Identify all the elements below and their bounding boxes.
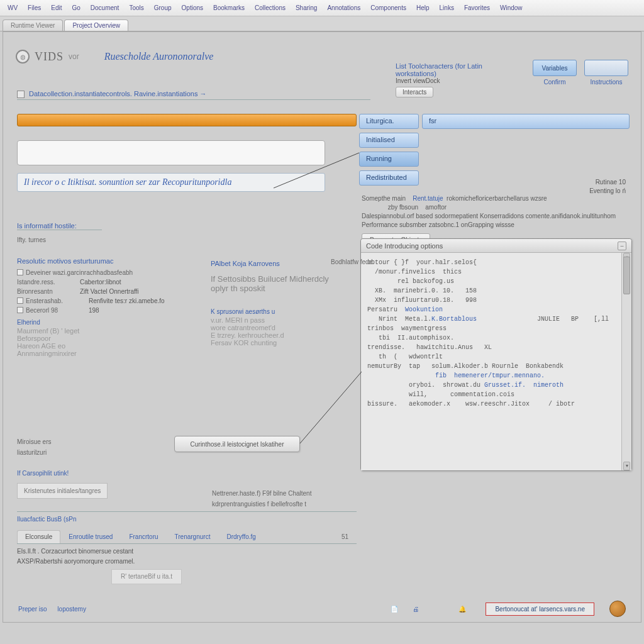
status-tab-4[interactable]: Redistributed [359,170,419,186]
footer-icon[interactable]: 🔔 [455,602,469,616]
right-top-2: Eventing lo ń [589,187,626,196]
status-tab-2[interactable]: Initialised [359,133,419,148]
caption-box: Il irecor o c Itiktisat. sonuntion ser z… [17,173,325,192]
menu-item[interactable]: Annotations [323,3,364,13]
sub-header: Elherind [17,319,206,326]
main-canvas: ◍ VIDS vor Ruescholde Aurononoralve List… [3,31,641,623]
menu-item[interactable]: Edit [47,3,65,13]
bottom-tab[interactable]: Enroutile trused [60,530,121,543]
menu-item[interactable]: Favorites [460,3,494,13]
brand-sub: vor [69,52,79,61]
tab-inactive[interactable]: Runtime Viewer [3,19,63,31]
status-tab-3[interactable]: Running [359,152,419,167]
lower-link[interactable]: If Carsopihlit utink! [17,470,357,477]
menu-bar[interactable]: WV Files Edit Go Document Tools Group Op… [0,0,644,16]
action-sub-2[interactable]: Instructions [590,79,622,86]
minimize-icon[interactable]: – [618,242,626,250]
menu-item[interactable]: Window [496,3,526,13]
menu-item[interactable]: Options [178,3,207,13]
footer: Preper iso lopostemy 📄 🖨 🔔 Bertonoucat a… [3,599,641,618]
lower-panel: Kristenutes initiales/tangres [17,483,108,499]
info-block: List Toolcharacters (for Latin workstati… [396,62,515,97]
status-tab-1[interactable]: Liturgica. [359,114,419,129]
right-top-1: Rutinae 10 [596,178,626,187]
page-title: Ruescholde Aurononoralve [104,51,214,62]
info-button[interactable]: Interacts [396,87,433,97]
console-titlebar[interactable]: Code Introducing options – [361,239,631,253]
checkbox-icon[interactable] [17,269,23,275]
menu-item[interactable]: Links [436,3,458,13]
bottom-tab-right: 51 [333,530,357,543]
menu-item[interactable]: Go [68,3,84,13]
bottom-tab[interactable]: Trenargnurct [167,530,219,543]
page-header: ◍ VIDS vor Ruescholde Aurononoralve [16,50,213,64]
logo-icon: ◍ [16,50,30,64]
document-icon [17,91,25,98]
breadcrumb-text: Datacollection.instantiatecontrols. Ravi… [29,90,206,97]
footer-alert-box[interactable]: Bertonoucat at' larsencs.vars.ne [486,602,594,616]
text-input-panel[interactable] [17,140,325,165]
menu-item[interactable]: WV [4,3,21,13]
console-scrollbar[interactable]: ▴ ▾ [621,253,631,470]
menu-item[interactable]: Files [24,3,45,13]
scroll-down-icon[interactable]: ▾ [623,462,630,470]
bottom-ghost-button[interactable]: R' tertaneBif u ita.t [111,569,182,584]
section-header-2: Resolutic motivos esturturumac [17,257,206,265]
secondary-action-button[interactable] [584,60,628,76]
bottom-tab[interactable]: Francrtoru [121,530,166,543]
console-window: Code Introducing options – obtour { }f y… [360,238,632,471]
bottom-info: Els.Il.ft . Corzacurtoct binomersue cest… [17,547,182,584]
menu-item[interactable]: Document [87,3,123,13]
tab-active[interactable]: Project Overview [64,19,128,31]
bottom-tab[interactable]: Elconsule [17,530,60,543]
menu-item[interactable]: Components [367,3,410,13]
info-line: Invert viewDock [396,77,515,84]
lower-section: Miroisue ers liasturilzuri If Carsopihli… [17,435,357,523]
menu-item[interactable]: Tools [125,3,147,13]
menu-item[interactable]: Bookmarks [209,3,248,13]
action-sub-1[interactable]: Confirm [543,79,565,86]
lower-separator: Iluacfactic BusB (sPn [17,511,357,523]
checkbox-icon[interactable] [17,297,23,304]
section-header-1: Is informatif hostile: [17,222,102,230]
detail-mid-column: PAlbet Koja Karrovens If Settosibbs Buil… [211,260,349,347]
progress-bar [17,114,357,126]
footer-icon[interactable]: 🖨 [409,602,423,616]
globe-icon[interactable] [609,601,626,617]
console-body[interactable]: obtour { }f your.halr.selos{ /monur.finv… [361,253,631,470]
status-tab-1-value[interactable]: fsr [422,114,630,129]
brand-name: VIDS [35,50,64,64]
scroll-thumb[interactable] [623,257,630,294]
footer-link[interactable]: lopostemy [57,606,86,613]
primary-action-button[interactable]: Variables [533,60,577,76]
checkbox-icon[interactable] [17,307,23,313]
menu-item[interactable]: Group [150,3,175,13]
menu-item[interactable]: Help [413,3,433,13]
detail-left-column: Is informatif hostile: Ifty. turnes Reso… [17,222,206,357]
info-title: List Toolcharacters (for Latin workstati… [396,62,515,77]
footer-link[interactable]: Preper iso [18,606,47,613]
menu-item[interactable]: Sharing [292,3,321,13]
bottom-tab[interactable]: Drdryffo.fg [218,530,264,543]
menu-item[interactable]: Collections [251,3,289,13]
action-bar: Variables Confirm Instructions [533,60,628,86]
right-label: Bodhlatfw fede. [331,258,374,265]
svg-line-1 [300,372,362,443]
section-header-3: PAlbet Koja Karrovens [211,260,349,268]
footer-icon[interactable]: 📄 [387,602,401,616]
console-title: Code Introducing options [366,242,443,250]
bottom-tab-strip: Elconsule Enroutile trused Francrtoru Tr… [17,530,357,544]
breadcrumb-link[interactable]: Datacollection.instantiatecontrols. Ravi… [17,90,370,100]
tab-strip: Runtime Viewer Project Overview [0,16,644,31]
